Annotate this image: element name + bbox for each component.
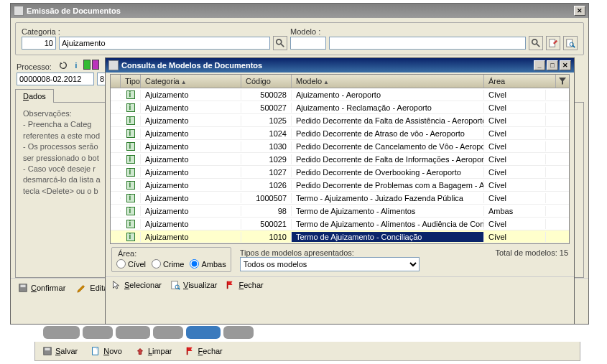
radio-crime[interactable]: Crime [152,259,184,269]
grid-selector-col[interactable] [111,75,121,88]
flag-icon [226,280,236,290]
col-modelo[interactable]: Modelo▲ [292,75,484,88]
salvar-button[interactable]: SalvarSalvar [42,346,78,356]
app-icon [14,6,24,16]
table-row[interactable]: Ajuizamento1029Pedido Decorrente de Falt… [111,153,569,166]
cell-categoria: Ajuizamento [141,193,241,203]
col-area[interactable]: Área [484,75,556,88]
modelo-code-input[interactable] [290,37,326,50]
edit-icon [77,283,87,293]
svg-point-0 [277,39,282,45]
svg-rect-15 [45,348,50,351]
table-row[interactable]: Ajuizamento1025Pedido Decorrente da Falt… [111,114,569,127]
modelo-search-button[interactable] [529,36,543,50]
doc-type-icon [126,90,135,99]
cell-modelo: Pedido Decorrente de Problemas com a Bag… [292,180,484,190]
cell-codigo: 1026 [241,180,292,190]
doc-type-icon [126,129,135,138]
table-row[interactable]: Ajuizamento1026Pedido Decorrente de Prob… [111,179,569,192]
radio-ambas[interactable]: Ambas [190,259,226,269]
cell-area: Cível [484,116,546,126]
table-row[interactable]: Ajuizamento500028Ajuizamento - Aeroporto… [111,88,569,101]
save-icon [42,346,52,356]
cell-codigo: 1027 [241,167,292,177]
modelo-edit-button[interactable] [546,36,560,50]
table-row[interactable]: Ajuizamento500027Ajuizamento - Reclamaçã… [111,101,569,114]
modal-title: Consulta de Modelos de Documentos [121,61,262,70]
table-row[interactable]: Ajuizamento1010Termo de Ajuizamento - Co… [111,230,569,243]
grid-filter-button[interactable] [556,75,569,88]
visualizar-button[interactable]: VisualizarVisualizar [170,280,218,290]
col-codigo[interactable]: Código [241,75,292,88]
svg-line-12 [178,288,180,289]
modelo-name-input[interactable] [329,37,526,50]
cell-area: Ambas [484,206,546,216]
table-row[interactable]: Ajuizamento1030Pedido Decorrente de Canc… [111,140,569,153]
clear-icon [135,346,145,356]
categoria-name-input[interactable] [59,37,270,50]
cell-categoria: Ajuizamento [141,141,241,151]
doc-type-icon [126,142,135,151]
tipos-combo[interactable]: Todos os modelos [240,257,420,271]
table-row[interactable]: Ajuizamento1000507Termo - Ajuizamento - … [111,192,569,205]
cell-categoria: Ajuizamento [141,180,241,190]
novo-button[interactable]: NovoNovo [91,346,122,356]
table-row[interactable]: Ajuizamento1024Pedido Decorrente de Atra… [111,127,569,140]
categoria-code-input[interactable] [22,37,56,50]
selecionar-button[interactable]: SelecionarSelecionar [111,280,162,290]
cell-codigo: 1010 [241,232,292,242]
svg-line-1 [281,44,284,47]
radio-civel[interactable]: Cível [116,259,146,269]
col-categoria[interactable]: Categoria▲ [141,75,241,88]
doc-type-icon [126,155,135,164]
doc-type-icon [126,220,135,228]
document-search-icon [565,38,575,48]
table-row[interactable]: Ajuizamento1027Pedido Decorrente de Over… [111,166,569,179]
search-icon [531,38,541,48]
cell-categoria: Ajuizamento [141,154,241,164]
col-tipo[interactable]: Tipo [121,75,141,88]
cell-categoria: Ajuizamento [141,219,241,229]
bottom-fechar-button[interactable]: FecharFechar [185,346,223,356]
bottom-toolbar: SalvarSalvar NovoNovo LimparLimpar Fecha… [34,342,580,361]
categoria-label: Categoria : [22,27,287,36]
processo-number-input[interactable] [17,73,94,85]
info-icon[interactable]: i [70,60,82,71]
confirmar-button[interactable]: CConfirmaronfirmar [18,283,65,293]
modal-minimize-button[interactable]: _ [534,60,545,70]
table-row[interactable]: Ajuizamento500021Termo de Ajuizamento - … [111,218,569,230]
color-magenta-icon[interactable] [92,60,99,70]
main-close-button[interactable]: ✕ [574,6,585,16]
svg-line-7 [573,46,575,48]
cell-codigo: 1030 [241,141,292,151]
editar-button[interactable]: Edita [77,283,108,293]
categoria-search-button[interactable] [273,36,287,50]
refresh-icon[interactable] [57,60,69,71]
modal-maximize-button[interactable]: □ [547,60,558,70]
modal-icon [108,60,119,70]
save-icon [18,283,28,293]
cell-categoria: Ajuizamento [141,232,241,242]
color-green-icon[interactable] [83,60,91,70]
modal-titlebar[interactable]: Consulta de Modelos de Documentos _ □ ✕ [106,58,574,73]
table-row[interactable]: Ajuizamento98Termo de Ajuizamento - Alim… [111,205,569,218]
modal-fechar-button[interactable]: FecharFechar [226,280,263,290]
modal-window: Consulta de Modelos de Documentos _ □ ✕ … [105,57,575,325]
modelo-find-button[interactable] [563,36,578,50]
limpar-button[interactable]: LimparLimpar [135,346,172,356]
cell-modelo: Pedido Decorrente da Falta de Assistênci… [292,116,484,126]
cell-modelo: Ajuizamento - Aeroporto [292,90,484,100]
flag-icon [185,346,195,356]
sort-asc-icon: ▲ [323,79,329,85]
modal-close-button[interactable]: ✕ [560,60,571,70]
grid-body[interactable]: Ajuizamento500028Ajuizamento - Aeroporto… [111,88,569,243]
main-titlebar[interactable]: Emissão de Documentos ✕ [11,4,588,18]
cell-modelo: Termo - Ajuizamento - Juizado Fazenda Pú… [292,193,484,203]
tab-dados[interactable]: DDadosados [15,89,54,103]
preview-icon [170,280,180,290]
doc-type-icon [126,103,135,112]
cell-modelo: Pedido Decorrente de Cancelamento de Vôo… [292,141,484,151]
cell-area: Cível [484,90,546,100]
doc-type-icon [126,207,135,215]
cell-modelo: Termo de Ajuizamento - Alimentos [292,206,484,216]
